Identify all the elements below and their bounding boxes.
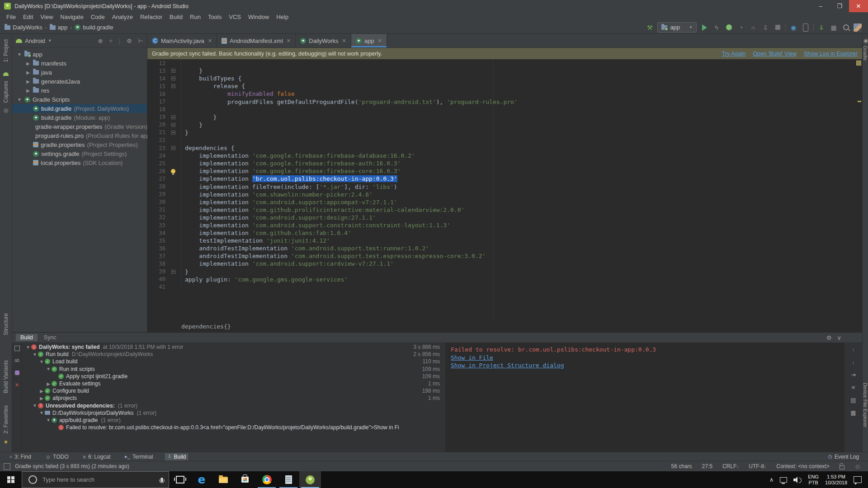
event-log-button[interactable]: ◷ Event Log: [828, 454, 868, 460]
code-line[interactable]: 27 implementation 'br.com.uol.pslibs:che…: [147, 175, 862, 183]
collapse-all-icon[interactable]: ÷: [109, 38, 112, 44]
menu-build[interactable]: Build: [166, 14, 186, 20]
code-line[interactable]: 26 implementation 'com.google.firebase:f…: [147, 167, 862, 175]
hide-panel-icon[interactable]: ⊢: [138, 38, 143, 44]
project-view-selector[interactable]: Android: [25, 38, 45, 44]
code-line[interactable]: 17 proguardFiles getDefaultProguardFile(…: [147, 98, 862, 105]
toolwindow-toggle-icon[interactable]: [4, 463, 10, 470]
toolwindow-6-logcat[interactable]: ≡6: Logcat: [81, 453, 113, 460]
fold-icon[interactable]: [171, 76, 175, 80]
build-tree-row[interactable]: ▼!DailyWorks: sync failedat 10/3/2018 1:…: [22, 343, 445, 351]
sidebar-item-favorites[interactable]: 2: Favorites: [3, 405, 9, 434]
toolwindow-3-find[interactable]: ⌕3: Find: [7, 453, 33, 460]
tree-item-proguard-rules-pro[interactable]: proguard-rules.pro(ProGuard Rules for ap…: [12, 131, 147, 140]
run-button[interactable]: [700, 23, 709, 32]
breadcrumb-item-app[interactable]: app: [50, 24, 68, 31]
build-tree-row[interactable]: !Failed to resolve: br.com.uol.pslibs:ch…: [22, 424, 445, 431]
warning-stripe-mark[interactable]: [858, 101, 861, 102]
build-hammer-icon[interactable]: ⚒: [645, 23, 654, 32]
console-link-show-in-file[interactable]: Show in File: [451, 354, 844, 361]
filter-square-icon[interactable]: [14, 345, 20, 351]
code-line[interactable]: 20 }: [147, 121, 862, 129]
build-tree-row[interactable]: ▼app/build.gradle(1 error): [22, 417, 445, 424]
fold-icon[interactable]: [171, 115, 175, 119]
profiler-gauge-icon[interactable]: ∩: [749, 23, 758, 32]
breadcrumb-item-build.gradle[interactable]: build.gradle: [75, 24, 113, 31]
taskbar-app-notepad[interactable]: [278, 471, 299, 488]
tab-dailyworks[interactable]: DailyWorks✕: [296, 34, 351, 47]
run-config-dropdown[interactable]: app▼: [657, 22, 697, 33]
tree-item-manifests[interactable]: ▶manifests: [12, 59, 147, 68]
sdk-manager-icon[interactable]: ⇓: [817, 23, 826, 32]
menu-tools[interactable]: Tools: [204, 14, 225, 20]
chevron-down-icon[interactable]: ▼: [48, 38, 52, 43]
editor-scrollbar[interactable]: [857, 59, 862, 321]
code-line[interactable]: 35 testImplementation 'junit:junit:4.12': [147, 237, 862, 244]
code-line[interactable]: 30 implementation 'com.android.support:a…: [147, 198, 862, 206]
code-line[interactable]: 31 implementation 'com.github.prolificin…: [147, 206, 862, 214]
taskbar-app-chrome[interactable]: [256, 471, 278, 488]
task-view-button[interactable]: [169, 471, 191, 488]
collapse-panel-icon[interactable]: ∨: [837, 334, 841, 341]
code-line[interactable]: 40apply plugin: 'com.google.gms.google-s…: [147, 276, 862, 283]
tab-build[interactable]: Build: [16, 334, 38, 341]
tree-item-gradle-scripts[interactable]: ▼Gradle Scripts: [12, 95, 147, 104]
banner-link-try-again[interactable]: Try Again: [722, 51, 745, 57]
fold-icon[interactable]: [171, 69, 175, 73]
build-tree-row[interactable]: ▼!Unresolved dependencies:(1 error): [22, 402, 445, 409]
code-line[interactable]: 39}: [147, 268, 862, 276]
file-encoding[interactable]: UTF-8↕: [749, 463, 766, 469]
code-line[interactable]: 36 androidTestImplementation 'com.androi…: [147, 244, 862, 252]
tree-item-gradle-wrapper-properties[interactable]: gradle-wrapper.properties(Gradle Version…: [12, 122, 147, 131]
action-center-icon[interactable]: [854, 476, 862, 483]
code-line[interactable]: 21}: [147, 129, 862, 136]
code-line[interactable]: 32 implementation 'com.android.support:d…: [147, 214, 862, 221]
prev-error-icon[interactable]: ↑: [852, 346, 855, 353]
build-tree-row[interactable]: ▼✓Run init scripts109 ms: [22, 366, 445, 373]
print-icon[interactable]: ▤: [850, 397, 856, 404]
apply-changes-icon[interactable]: ϟ: [712, 23, 721, 32]
menu-file[interactable]: File: [3, 14, 19, 20]
profile-icon[interactable]: ◔: [736, 23, 745, 32]
sidebar-item-project[interactable]: 1: Project: [3, 39, 9, 62]
inspections-hector-icon[interactable]: ☺: [854, 463, 861, 470]
close-tab-icon[interactable]: ✕: [377, 38, 382, 44]
clear-all-icon[interactable]: ▦: [850, 409, 856, 416]
project-structure-icon[interactable]: ▦: [829, 23, 838, 32]
fold-icon[interactable]: [171, 123, 175, 127]
menu-analyze[interactable]: Analyze: [108, 14, 137, 20]
menu-help[interactable]: Help: [273, 14, 292, 20]
toolwindow-build[interactable]: ⇩Build: [165, 453, 188, 460]
fold-icon[interactable]: [171, 146, 175, 150]
toolwindow-todo[interactable]: ☺TODO: [43, 453, 71, 460]
sidebar-item-captures[interactable]: Captures: [3, 81, 9, 103]
tree-item-res[interactable]: ▶res: [12, 86, 147, 95]
tree-item-app[interactable]: ▼app: [12, 50, 147, 59]
toolwindow-terminal[interactable]: ▸_Terminal: [123, 453, 155, 460]
code-line[interactable]: 33 implementation 'com.android.support.c…: [147, 221, 862, 229]
tab-sync[interactable]: Sync: [39, 334, 61, 341]
stop-button[interactable]: [773, 23, 782, 32]
context-breadcrumb[interactable]: dependencies{}: [181, 323, 231, 330]
context-indicator[interactable]: Context: <no context>: [776, 463, 829, 469]
line-separator[interactable]: CRLF↕: [722, 463, 739, 469]
star-icon[interactable]: ★: [3, 439, 9, 445]
locate-file-icon[interactable]: ⊕: [98, 38, 103, 44]
menu-window[interactable]: Window: [245, 14, 273, 20]
close-tab-icon[interactable]: ✕: [287, 38, 291, 44]
soft-wrap-icon[interactable]: ≡: [852, 384, 855, 391]
avatar[interactable]: [854, 23, 862, 32]
breadcrumb-item-dailyworks[interactable]: DailyWorks: [5, 24, 42, 31]
banner-link-open-build-view[interactable]: Open 'Build' View: [753, 51, 797, 57]
close-button[interactable]: ✕: [849, 0, 868, 12]
fold-icon[interactable]: [171, 270, 175, 274]
speaker-icon[interactable]: [793, 477, 802, 483]
tab-app[interactable]: app✕: [351, 34, 387, 47]
fold-icon[interactable]: [171, 84, 175, 88]
menu-vcs[interactable]: VCS: [225, 14, 245, 20]
build-tree-row[interactable]: ▶✓allprojects1 ms: [22, 394, 445, 402]
tree-item-build-gradle[interactable]: build.gradle(Project: DailyWorks): [12, 104, 147, 113]
intention-bulb-icon[interactable]: [171, 169, 175, 174]
sidebar-item-structure[interactable]: Structure: [3, 313, 9, 335]
code-line[interactable]: 38 implementation 'com.android.support:c…: [147, 260, 862, 267]
